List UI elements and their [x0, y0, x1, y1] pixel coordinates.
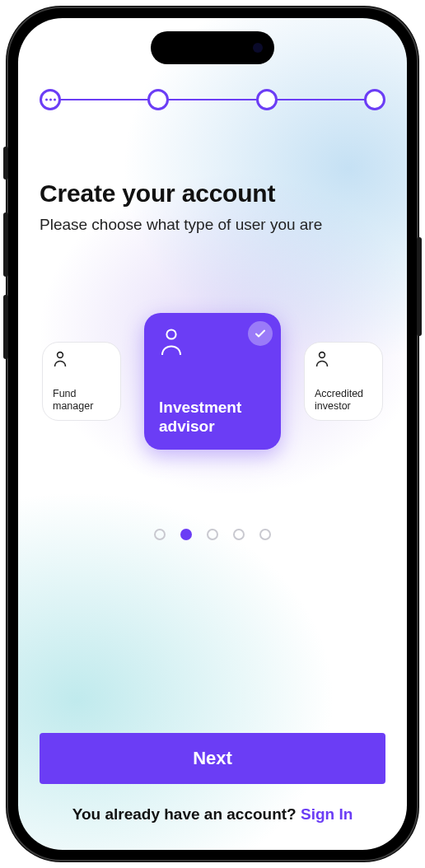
- pager-dot[interactable]: [207, 529, 218, 540]
- device-button: [3, 295, 8, 359]
- screen: Create your account Please choose what t…: [18, 18, 407, 850]
- person-icon: [53, 351, 112, 367]
- svg-point-0: [58, 352, 63, 358]
- pager-dot[interactable]: [259, 529, 271, 540]
- pager-dot[interactable]: [180, 529, 192, 540]
- device-button: [3, 212, 8, 277]
- signin-prompt: You already have an account?: [72, 805, 301, 823]
- option-label: Accredited investor: [315, 388, 374, 413]
- svg-point-2: [320, 352, 325, 358]
- progress-step-3: [256, 89, 278, 110]
- pager-dot[interactable]: [233, 529, 245, 540]
- person-icon: [315, 351, 374, 367]
- device-button: [3, 147, 8, 180]
- check-icon: [248, 321, 273, 346]
- dynamic-island: [151, 31, 274, 64]
- option-label: Investment advisor: [159, 398, 268, 437]
- phone-frame: Create your account Please choose what t…: [7, 7, 418, 861]
- user-type-carousel[interactable]: Fund manager Investment advisor: [40, 313, 385, 450]
- progress-step-2: [147, 89, 169, 110]
- signin-row: You already have an account? Sign In: [40, 805, 385, 828]
- progress-step-1: [40, 89, 61, 110]
- page-subtitle: Please choose what type of user you are: [40, 216, 385, 234]
- option-investment-advisor[interactable]: Investment advisor: [144, 313, 281, 450]
- pager-dot[interactable]: [154, 529, 166, 540]
- signin-link[interactable]: Sign In: [301, 805, 353, 823]
- device-button: [417, 237, 422, 336]
- progress-indicator: [40, 87, 385, 112]
- pager-dots: [40, 529, 385, 540]
- progress-step-4: [364, 89, 385, 110]
- option-fund-manager[interactable]: Fund manager: [42, 342, 121, 421]
- page-title: Create your account: [40, 180, 385, 208]
- next-button[interactable]: Next: [40, 733, 385, 784]
- option-accredited-investor[interactable]: Accredited investor: [304, 342, 383, 421]
- svg-point-1: [166, 329, 175, 338]
- option-label: Fund manager: [53, 388, 112, 413]
